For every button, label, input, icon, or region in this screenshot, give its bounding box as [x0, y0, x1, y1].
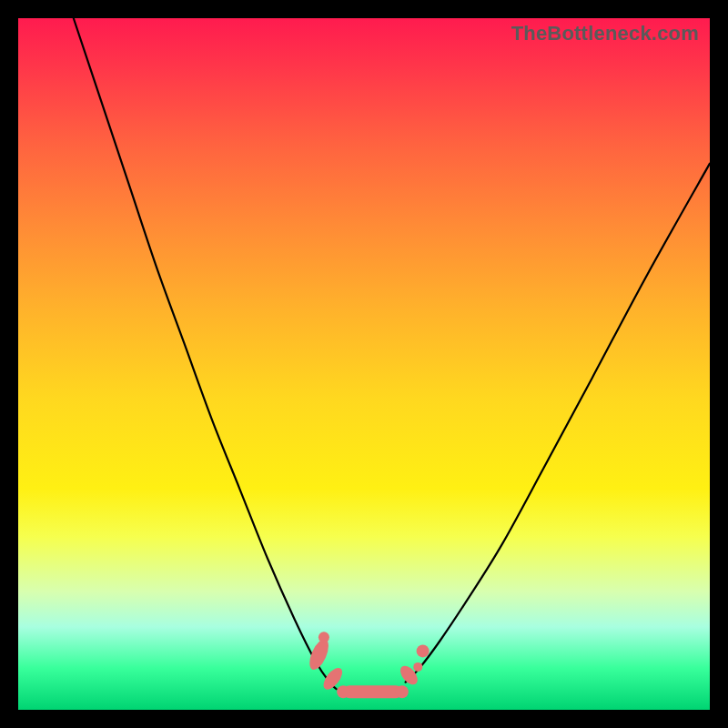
svg-rect-3 — [343, 685, 402, 698]
svg-point-2 — [318, 632, 329, 642]
right-curve — [406, 164, 710, 682]
valley-markers — [306, 632, 430, 698]
svg-point-7 — [417, 644, 430, 657]
watermark-text: TheBottleneck.com — [511, 22, 699, 46]
svg-point-4 — [337, 685, 349, 698]
svg-point-0 — [306, 637, 332, 672]
left-curve — [74, 18, 337, 689]
plot-svg — [18, 18, 710, 710]
svg-point-5 — [396, 685, 409, 698]
svg-point-8 — [413, 662, 422, 672]
chart-area: TheBottleneck.com — [18, 18, 710, 710]
